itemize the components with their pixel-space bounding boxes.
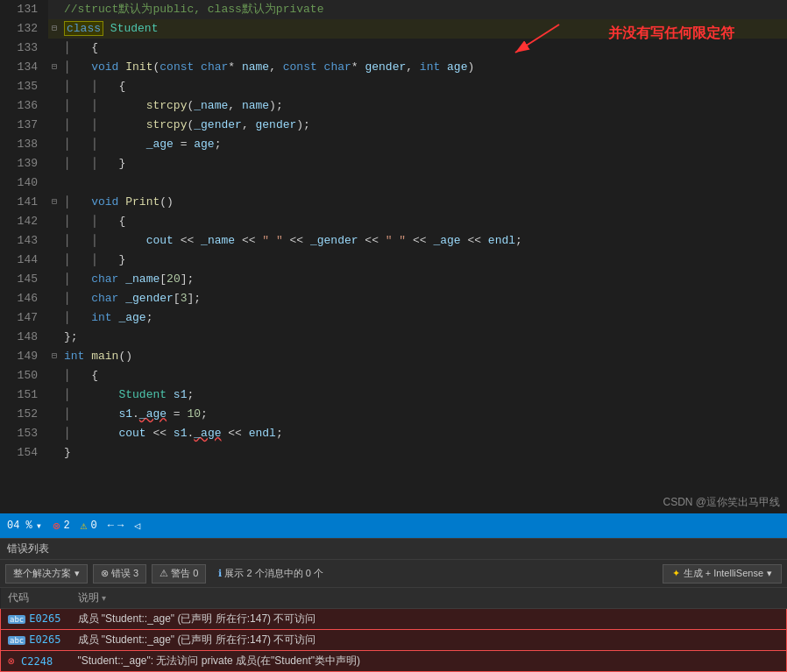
line-number-131: 131 [0, 0, 48, 19]
fold-gutter-150 [48, 366, 60, 386]
line-number-139: 139 [0, 154, 48, 173]
fold-gutter-133 [48, 39, 60, 58]
warn-count: 0 [91, 520, 97, 532]
error-row-2-code: abcE0265 [1, 630, 71, 651]
fold-gutter-153 [48, 424, 60, 443]
gen-icon: ✦ [672, 568, 680, 579]
fold-gutter-147 [48, 308, 60, 328]
fold-gutter-148 [48, 328, 60, 347]
fold-gutter-140 [48, 173, 60, 193]
code-line-136: 136 │ │ strcpy(_name, name); [0, 96, 787, 116]
code-line-135: 135 │ │ { [0, 77, 787, 96]
code-line-147: 147 │ int _age; [0, 308, 787, 328]
error-row-3-code: ⊗ C2248 [1, 651, 71, 672]
line-number-144: 144 [0, 251, 48, 270]
code-content-133: │ { [60, 39, 787, 58]
code-line-139: 139 │ │ } [0, 154, 787, 173]
warn-badge-icon: ⚠ [160, 568, 168, 579]
line-number-147: 147 [0, 308, 48, 328]
line-number-145: 145 [0, 270, 48, 289]
nav-collapse: ◁ [134, 520, 140, 533]
line-number-154: 154 [0, 443, 48, 463]
code-content-145: │ char _name[20]; [60, 270, 787, 289]
error-row-1[interactable]: abcE0265 成员 "Student::_age" (已声明 所在行:147… [1, 609, 787, 630]
zoom-percent: 04 % [7, 520, 32, 532]
code-line-143: 143 │ │ cout << _name << " " << _gender … [0, 231, 787, 251]
gen-dropdown-icon: ▾ [767, 568, 772, 579]
code-content-137: │ │ strcpy(_gender, gender); [60, 116, 787, 135]
error-row-3[interactable]: ⊗ C2248 "Student::_age": 无法访问 private 成员… [1, 651, 787, 672]
line-number-142: 142 [0, 212, 48, 231]
line-number-135: 135 [0, 77, 48, 96]
collapse-icon[interactable]: ◁ [134, 520, 140, 533]
line-number-138: 138 [0, 135, 48, 154]
code-content-148: }; [60, 328, 787, 347]
code-editor: 131 //struct默认为public, class默认为private 1… [0, 0, 787, 513]
code-content-131: //struct默认为public, class默认为private [60, 0, 787, 19]
code-line-144: 144 │ │ } [0, 251, 787, 270]
code-content-134: │ void Init(const char* name, const char… [60, 58, 787, 77]
fold-gutter-132: ⊟ [48, 19, 60, 39]
fold-gutter-154 [48, 443, 60, 463]
fold-gutter-145 [48, 270, 60, 289]
fold-gutter-151 [48, 386, 60, 405]
code-content-151: │ Student s1; [60, 386, 787, 405]
code-lines: 131 //struct默认为public, class默认为private 1… [0, 0, 787, 463]
abc-icon-2: abc [8, 636, 25, 645]
fold-gutter-149: ⊟ [48, 347, 60, 366]
code-line-148: 148 }; [0, 328, 787, 347]
code-line-131: 131 //struct默认为public, class默认为private [0, 0, 787, 19]
fold-gutter-152 [48, 405, 60, 424]
fold-gutter-131 [48, 0, 60, 19]
fold-gutter-141: ⊟ [48, 193, 60, 212]
code-content-149: int main() [60, 347, 787, 366]
gen-intellisense-btn[interactable]: ✦ 生成 + IntelliSense ▾ [663, 564, 782, 584]
error-row-1-code: abcE0265 [1, 609, 71, 630]
code-content-154: } [60, 443, 787, 463]
code-line-137: 137 │ │ strcpy(_gender, gender); [0, 116, 787, 135]
nav-arrows: ← → [108, 520, 124, 532]
scope-dropdown[interactable]: 整个解决方案 ▾ [5, 564, 88, 584]
fold-gutter-144 [48, 251, 60, 270]
line-number-151: 151 [0, 386, 48, 405]
line-number-149: 149 [0, 347, 48, 366]
error-table-body: abcE0265 成员 "Student::_age" (已声明 所在行:147… [1, 609, 787, 672]
error-badge-btn[interactable]: ⊗ 错误 3 [93, 564, 146, 584]
code-line-149: 149 ⊟ int main() [0, 347, 787, 366]
arrow-right[interactable]: → [117, 520, 124, 532]
error-badge-label: 错误 3 [111, 567, 138, 580]
error-toolbar: 整个解决方案 ▾ ⊗ 错误 3 ⚠ 警告 0 ℹ 展示 2 个消息中的 0 个 … [0, 560, 787, 588]
scope-label: 整个解决方案 [13, 567, 71, 580]
warn-badge-btn[interactable]: ⚠ 警告 0 [152, 564, 206, 584]
zoom-dropdown-icon[interactable]: ▾ [36, 520, 42, 533]
sort-icon: ▾ [102, 593, 106, 603]
code-content-152: │ s1._age = 10; [60, 405, 787, 424]
info-badge: ℹ 展示 2 个消息中的 0 个 [211, 564, 330, 584]
code-line-150: 150 │ { [0, 366, 787, 386]
error-row-2[interactable]: abcE0265 成员 "Student::_age" (已声明 所在行:147… [1, 630, 787, 651]
warn-status: ⚠ 0 [81, 519, 97, 533]
code-content-144: │ │ } [60, 251, 787, 270]
arrow-left[interactable]: ← [108, 520, 114, 532]
line-number-140: 140 [0, 173, 48, 193]
fold-gutter-137 [48, 116, 60, 135]
warn-status-icon: ⚠ [81, 519, 88, 533]
line-number-152: 152 [0, 405, 48, 424]
code-content-150: │ { [60, 366, 787, 386]
error-row-2-desc: 成员 "Student::_age" (已声明 所在行:147) 不可访问 [71, 630, 787, 651]
fold-gutter-142 [48, 212, 60, 231]
line-number-133: 133 [0, 39, 48, 58]
line-number-132: 132 [0, 19, 48, 39]
error-badge-icon: ⊗ [101, 568, 109, 579]
line-number-136: 136 [0, 96, 48, 116]
code-content-146: │ char _gender[3]; [60, 289, 787, 308]
info-badge-label: 展示 2 个消息中的 0 个 [224, 567, 323, 580]
code-content-138: │ │ _age = age; [60, 135, 787, 154]
line-number-143: 143 [0, 231, 48, 251]
line-number-137: 137 [0, 116, 48, 135]
line-number-153: 153 [0, 424, 48, 443]
fold-gutter-136 [48, 96, 60, 116]
code-line-154: 154 } [0, 443, 787, 463]
line-number-150: 150 [0, 366, 48, 386]
code-content-135: │ │ { [60, 77, 787, 96]
